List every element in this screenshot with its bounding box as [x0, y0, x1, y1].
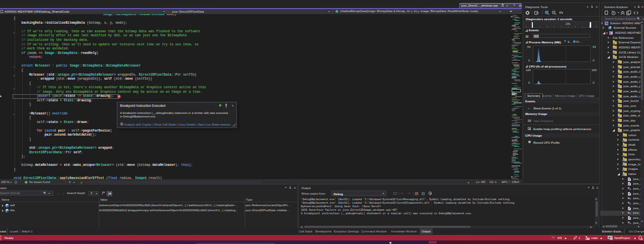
svg-text:0: 0 [611, 237, 612, 240]
svg-text:0: 0 [588, 237, 589, 240]
